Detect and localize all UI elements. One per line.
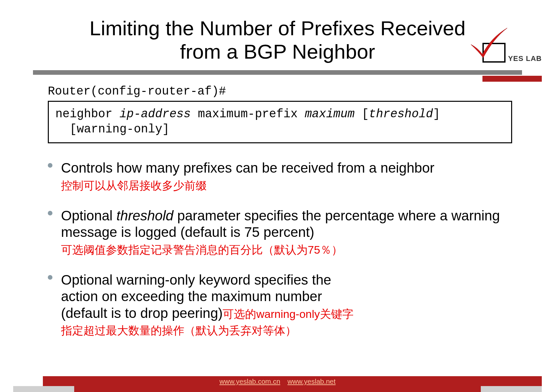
footer-link-1[interactable]: www.yeslab.com.cn <box>219 378 280 385</box>
cli-text-1: neighbor <box>55 107 119 121</box>
cli-text-5: [warning-only] <box>70 123 169 136</box>
bullet-list: Controls how many prefixes can be receiv… <box>48 160 512 338</box>
cli-text-3: [ <box>355 107 369 121</box>
footer-red-bottom <box>74 386 481 392</box>
content-section: Router(config-router-af)# neighbor ip-ad… <box>0 75 555 338</box>
bullet-dot-icon <box>48 211 52 215</box>
footer-link-2[interactable]: www.yeslab.net <box>288 378 336 385</box>
logo-text: YES LAB <box>508 54 542 63</box>
cli-text-4: ] <box>433 107 440 121</box>
bullet-2-en: Optional threshold parameter specifies t… <box>61 208 512 241</box>
cli-command-box: neighbor ip-address maximum-prefix maxim… <box>48 101 512 144</box>
slide-container: Limiting the Number of Prefixes Received… <box>0 0 555 392</box>
bullet-item-1: Controls how many prefixes can be receiv… <box>61 160 512 193</box>
footer-section: www.yeslab.com.cn www.yeslab.net <box>0 380 555 392</box>
cli-prompt: Router(config-router-af)# <box>48 85 512 98</box>
bullet-3-content: Optional warning-only keyword specifies … <box>61 272 358 338</box>
cli-text-2: maximum-prefix <box>191 107 305 121</box>
cli-italic-2: maximum <box>305 107 355 121</box>
cli-italic-3: threshold <box>369 107 433 121</box>
bullet-2-en-1: Optional <box>61 208 116 223</box>
footer-gray-left <box>13 386 74 392</box>
red-accent-bar <box>482 76 542 82</box>
footer-gray-right <box>481 386 542 392</box>
bullet-2-italic: threshold <box>116 208 173 223</box>
cli-italic-1: ip-address <box>119 107 191 121</box>
bullet-1-cn: 控制可以从邻居接收多少前缀 <box>61 178 512 193</box>
slide-title: Limiting the Number of Prefixes Received… <box>67 16 488 64</box>
title-underline <box>33 70 522 75</box>
bullet-dot-icon <box>48 163 52 168</box>
title-section: Limiting the Number of Prefixes Received… <box>0 0 555 75</box>
bullet-item-3: Optional warning-only keyword specifies … <box>61 272 358 338</box>
bullet-2-cn: 可选阈值参数指定记录警告消息的百分比（默认为75％） <box>61 242 512 257</box>
bullet-1-en: Controls how many prefixes can be receiv… <box>61 160 512 176</box>
checkmark-icon <box>469 26 509 59</box>
bullet-dot-icon <box>48 275 52 280</box>
footer-links: www.yeslab.com.cn www.yeslab.net <box>217 378 338 385</box>
bullet-item-2: Optional threshold parameter specifies t… <box>61 208 512 257</box>
logo-container: YES LAB <box>482 23 542 72</box>
